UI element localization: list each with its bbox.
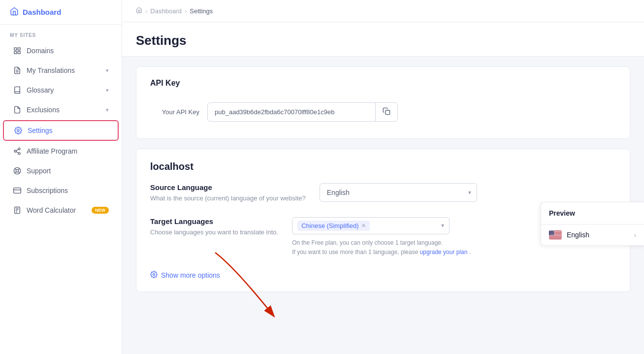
source-language-label-col: Source Language What is the source (curr… — [150, 183, 306, 203]
svg-rect-32 — [549, 235, 562, 236]
sidebar-logo: Dashboard — [0, 0, 122, 25]
svg-point-8 — [14, 150, 16, 152]
breadcrumb-current: Settings — [190, 7, 213, 15]
page-header: Settings — [122, 22, 644, 57]
preview-language-item[interactable]: ★★★★★★ ★★★★★ ★★★★★★ ★★★★★ ★★★★★★ English… — [541, 225, 644, 245]
sidebar-item-subscriptions[interactable]: Subscriptions — [3, 181, 119, 200]
chevron-down-icon: ▾ — [106, 87, 109, 94]
sidebar-item-label: Domains — [27, 47, 54, 55]
book-icon — [13, 86, 22, 95]
dashboard-link[interactable]: Dashboard — [10, 7, 112, 17]
file-text-icon — [13, 66, 22, 75]
chevron-down-icon: ▾ — [106, 107, 109, 113]
svg-rect-18 — [14, 188, 21, 193]
svg-rect-25 — [386, 110, 390, 115]
tag-remove-button[interactable]: ✕ — [361, 223, 366, 229]
preview-panel: Preview ★★★★★★ ★★★★★ ★★★★★★ ★★★★★ ★★★★★★ — [541, 202, 644, 246]
source-language-select-wrapper: English French German Spanish ▾ — [320, 183, 477, 202]
settings-icon — [14, 126, 23, 135]
api-key-row: Your API Key — [150, 97, 616, 127]
grid-icon — [13, 46, 22, 55]
sidebar-item-affiliate[interactable]: Affiliate Program — [3, 142, 119, 161]
site-name: localhost — [150, 161, 616, 172]
target-languages-desc: Choose languages you want to translate i… — [150, 227, 278, 237]
sidebar-item-word-calculator[interactable]: Word Calculator New — [3, 201, 119, 220]
target-languages-title: Target Languages — [150, 217, 278, 225]
svg-line-17 — [15, 172, 16, 173]
new-badge: New — [92, 207, 109, 214]
settings-gear-icon — [150, 271, 158, 280]
sidebar-item-label: Exclusions — [27, 106, 60, 114]
home-icon — [10, 7, 19, 17]
sidebar-item-settings[interactable]: Settings — [3, 120, 119, 141]
page-title: Settings — [136, 33, 630, 48]
svg-point-6 — [17, 129, 19, 131]
home-icon — [136, 7, 142, 15]
preview-title: Preview — [541, 202, 644, 225]
sidebar-item-domains[interactable]: Domains — [3, 41, 119, 60]
tag-label: Chinese (Simplified) — [301, 222, 358, 229]
svg-point-9 — [18, 153, 20, 155]
svg-rect-34 — [549, 238, 562, 238]
my-sites-label: MY SITES — [0, 25, 122, 41]
sidebar-item-label: Support — [27, 167, 51, 175]
main-content: › Dashboard › Settings Settings API Key … — [122, 0, 644, 354]
api-key-input[interactable] — [208, 104, 375, 120]
svg-line-16 — [18, 168, 20, 170]
sidebar-item-glossary[interactable]: Glossary ▾ — [3, 81, 119, 99]
api-key-card: API Key Your API Key — [136, 66, 630, 139]
sidebar-item-label: Subscriptions — [27, 187, 68, 194]
svg-line-14 — [15, 168, 16, 170]
sidebar-item-label: Glossary — [27, 86, 54, 94]
sidebar-item-label: Word Calculator — [27, 206, 76, 214]
sidebar-item-exclusions[interactable]: Exclusions ▾ — [3, 100, 119, 119]
svg-line-10 — [16, 152, 19, 153]
api-key-card-title: API Key — [150, 79, 616, 88]
show-more-options-label: Show more options — [161, 271, 220, 279]
chevron-right-icon: › — [634, 231, 636, 239]
svg-rect-1 — [18, 48, 20, 50]
api-key-label: Your API Key — [150, 108, 199, 116]
life-buoy-icon — [13, 166, 22, 175]
us-flag-icon: ★★★★★★ ★★★★★ ★★★★★★ ★★★★★ ★★★★★★ — [549, 230, 562, 239]
sidebar-item-support[interactable]: Support — [3, 161, 119, 180]
sidebar-item-my-translations[interactable]: My Translations ▾ — [3, 61, 119, 80]
svg-line-11 — [16, 149, 19, 151]
calculator-icon — [13, 206, 22, 215]
credit-card-icon — [13, 186, 22, 195]
svg-point-26 — [153, 274, 155, 276]
source-language-select[interactable]: English French German Spanish — [320, 183, 477, 202]
svg-rect-33 — [549, 236, 562, 237]
svg-point-13 — [16, 169, 18, 172]
source-language-row: Source Language What is the source (curr… — [150, 183, 616, 203]
api-key-input-wrapper — [207, 102, 398, 122]
breadcrumb: › Dashboard › Settings — [122, 0, 644, 22]
svg-rect-0 — [14, 48, 17, 50]
file-icon — [13, 105, 22, 114]
target-languages-input[interactable]: Chinese (Simplified) ✕ ▾ — [292, 217, 450, 234]
preview-language-label: English — [567, 231, 629, 239]
sidebar-item-label: My Translations — [27, 66, 75, 74]
language-tag-chinese: Chinese (Simplified) ✕ — [297, 221, 369, 231]
target-languages-label-col: Target Languages Choose languages you wa… — [150, 217, 278, 237]
share-icon — [13, 147, 22, 156]
source-language-title: Source Language — [150, 183, 306, 192]
show-more-options-link[interactable]: Show more options — [150, 271, 616, 280]
svg-line-15 — [18, 172, 20, 173]
sidebar-item-label: Affiliate Program — [27, 147, 77, 155]
dashboard-label: Dashboard — [23, 8, 61, 16]
svg-point-7 — [18, 148, 20, 150]
breadcrumb-dashboard[interactable]: Dashboard — [150, 7, 182, 15]
sidebar: Dashboard MY SITES Domains My Translatio… — [0, 0, 122, 354]
chevron-down-icon[interactable]: ▾ — [441, 222, 444, 229]
source-language-control: English French German Spanish ▾ — [320, 183, 616, 202]
sidebar-item-label: Settings — [28, 127, 53, 134]
copy-api-key-button[interactable] — [375, 103, 397, 121]
chevron-down-icon: ▾ — [106, 67, 109, 74]
upgrade-plan-link[interactable]: upgrade your plan — [420, 249, 468, 256]
svg-rect-3 — [18, 51, 20, 54]
source-language-desc: What is the source (current) language of… — [150, 193, 306, 203]
svg-rect-2 — [14, 51, 17, 54]
annotation-arrow — [205, 248, 304, 326]
